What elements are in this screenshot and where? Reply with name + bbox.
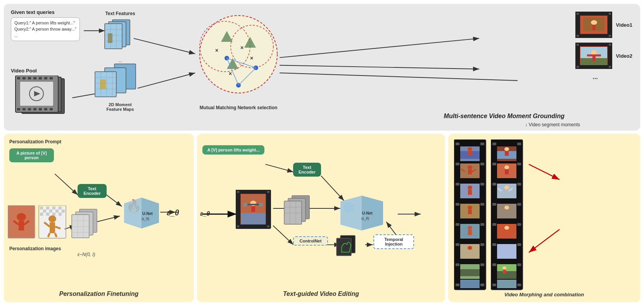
svg-rect-101 [19,221,24,230]
svg-rect-151 [236,225,271,229]
svg-rect-83 [577,66,579,68]
controlnet-output-maps [335,234,373,257]
text-encoder-box-left: Text Encoder [78,184,107,198]
matching-svg: × × × × [194,8,283,108]
svg-point-216 [468,246,472,250]
svg-rect-252 [497,244,516,259]
svg-line-179 [529,229,559,252]
svg-rect-12 [17,77,20,79]
svg-point-213 [468,226,472,230]
svg-text:×: × [250,55,253,61]
svg-rect-90 [592,55,596,61]
svg-line-4 [134,38,195,54]
svg-rect-154 [267,191,269,193]
svg-rect-148 [236,190,240,229]
svg-rect-236 [517,284,521,286]
svg-rect-230 [517,163,521,165]
svg-rect-176 [337,238,351,256]
svg-rect-25 [50,108,53,110]
video-frames-mid [236,190,275,232]
svg-rect-223 [492,183,496,186]
svg-rect-231 [517,183,521,186]
svg-rect-109 [43,210,46,213]
video1-item: Video1 [575,12,632,38]
epsilon-in-label: ε_θ [200,210,210,217]
video2-thumb [575,43,612,69]
text-guided-title: Text-guided Video Editing [283,291,359,297]
text-guided-arrows [197,134,445,302]
svg-rect-233 [517,223,521,226]
bottom-section: Personalization Prompt A picture of [V] … [4,134,640,302]
result-videos: Video1 [575,12,632,81]
svg-rect-18 [50,77,53,79]
svg-rect-187 [456,263,459,266]
svg-rect-221 [492,143,496,145]
svg-rect-72 [609,35,611,37]
svg-rect-240 [505,151,509,156]
queries-bubble: Query1:" A person lifts weight..." Query… [11,17,80,41]
svg-rect-107 [52,206,55,210]
svg-rect-149 [266,190,271,229]
svg-rect-188 [456,284,459,286]
svg-rect-191 [480,183,484,186]
svg-rect-23 [39,108,42,110]
svg-rect-162 [259,203,263,206]
svg-rect-235 [517,263,521,266]
svg-line-7 [280,65,479,69]
svg-rect-152 [237,191,239,193]
text-features-svg [101,18,140,57]
svg-rect-80 [575,43,612,46]
svg-rect-105 [40,206,43,210]
svg-point-199 [468,147,472,151]
svg-rect-76 [592,25,596,30]
svg-rect-66 [608,12,612,38]
svg-rect-219 [460,280,480,288]
svg-text:×: × [229,70,232,77]
moment-maps-group: 2D MomentFeature Maps [89,62,151,112]
video2-item: Video2 [575,43,632,69]
svg-rect-192 [480,203,484,206]
svg-rect-116 [59,213,62,216]
video-pool-label: Video Pool [11,68,37,74]
svg-point-251 [504,226,509,230]
moment-maps-label: 2D MomentFeature Maps [89,102,151,112]
svg-rect-111 [55,210,59,213]
filmstrip-left [454,139,487,291]
svg-rect-15 [33,77,36,79]
svg-rect-70 [577,35,579,37]
svg-rect-225 [492,223,496,226]
svg-rect-125 [72,215,89,238]
morphing-panel: Video Morphing and combination [448,134,640,302]
svg-text:(ε_θ): (ε_θ) [361,217,369,220]
svg-line-92 [55,174,78,195]
unet-left: 🔥 U-Net (ε_θ) [118,196,161,230]
temporal-injection-box: Temporal Injection [373,234,414,249]
svg-rect-115 [52,213,55,216]
svg-rect-218 [460,269,480,276]
svg-rect-153 [237,225,239,227]
svg-rect-14 [28,77,31,79]
moment-maps-svg [89,62,151,101]
svg-rect-113 [40,213,43,216]
svg-rect-203 [468,169,472,174]
personalization-panel: Personalization Prompt A picture of [V] … [4,134,194,302]
svg-rect-65 [575,12,580,38]
top-title: Multi-sentence Video Moment Grounding [444,113,565,120]
text-queries-group: Given text queries Query1:" A person lif… [11,9,80,41]
svg-rect-228 [492,284,496,286]
svg-rect-16 [39,77,42,79]
svg-point-255 [502,266,506,270]
text-features-group: Text Features ... [101,11,140,63]
svg-rect-195 [480,263,484,266]
svg-rect-227 [492,263,496,266]
svg-rect-114 [46,213,49,216]
svg-rect-165 [284,201,302,224]
svg-rect-189 [480,143,484,145]
svg-rect-71 [609,13,611,15]
svg-rect-81 [575,65,612,69]
svg-rect-211 [468,210,472,214]
svg-point-100 [17,213,26,221]
filmstrip-right [491,139,524,291]
svg-rect-31 [105,24,122,49]
svg-rect-257 [497,280,516,288]
